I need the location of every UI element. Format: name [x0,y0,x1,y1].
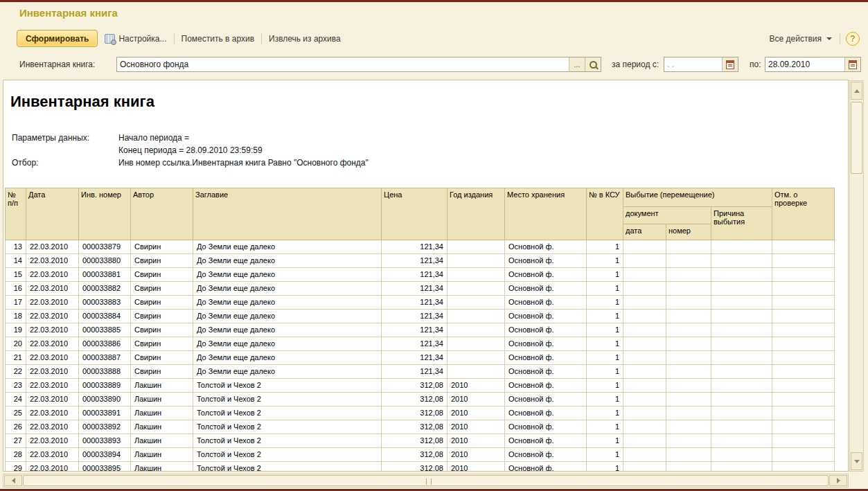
cell-inv: 000033891 [79,407,131,420]
table-row[interactable]: 2722.03.2010000033893ЛакшинТолстой и Чех… [6,434,835,448]
cell-reason [711,351,772,365]
table-row[interactable]: 2822.03.2010000033894ЛакшинТолстой и Чех… [6,448,835,462]
period-to-input[interactable] [765,57,844,71]
cell-date: 22.03.2010 [26,337,79,351]
cell-doc_num [666,379,711,393]
toolbar: Сформировать Настройка... Поместить в ар… [17,29,860,48]
cell-check [772,296,835,310]
table-row[interactable]: 2522.03.2010000033891ЛакшинТолстой и Чех… [6,407,835,420]
cell-title: Толстой и Чехов 2 [193,434,382,448]
cell-price: 121,34 [382,310,448,323]
cell-place: Основной ф. [505,282,587,296]
period-to-calendar-button[interactable] [844,57,860,71]
cell-reason [711,365,772,379]
cell-num: 14 [6,254,26,268]
table-row[interactable]: 1722.03.2010000033883СвиринДо Земли еще … [6,296,835,310]
choose-button[interactable]: ... [569,57,585,71]
cell-date: 22.03.2010 [26,379,79,393]
search-button[interactable] [585,57,601,71]
cell-reason [711,434,772,448]
period-from-calendar-button[interactable] [722,57,738,71]
cell-date: 22.03.2010 [26,268,79,282]
cell-inv: 000033889 [79,379,131,393]
cell-price: 312,08 [382,434,448,448]
cell-inv: 000033888 [79,365,131,379]
scroll-up-button[interactable] [851,82,862,100]
cell-num: 18 [6,310,26,323]
selection-value: Инв номер ссылка.Инвентарная книга Равно… [118,157,369,169]
table-row[interactable]: 2022.03.2010000033886СвиринДо Земли еще … [6,337,835,351]
get-archive-button[interactable]: Извлечь из архива [267,33,343,45]
scroll-down-button[interactable] [851,452,862,470]
table-row[interactable]: 2622.03.2010000033892ЛакшинТолстой и Чех… [6,420,835,434]
cell-reason [711,462,772,472]
table-row[interactable]: 1922.03.2010000033885СвиринДо Земли еще … [6,323,835,337]
cell-reason [711,323,772,337]
scroll-right-button[interactable] [829,475,847,486]
cell-check [772,310,835,323]
scroll-left-button[interactable] [4,475,22,486]
cell-author: Свирин [131,296,193,310]
book-filter-label: Инвентарная книга: [19,60,95,69]
table-row[interactable]: 1822.03.2010000033884СвиринДо Земли еще … [6,310,835,323]
horizontal-scrollbar-thumb[interactable] [23,475,829,486]
cell-check [772,393,835,407]
vertical-scrollbar-thumb[interactable] [851,102,862,174]
params-label-spacer [12,144,118,157]
table-row[interactable]: 2922.03.2010000033895ЛакшинТолстой и Чех… [6,462,835,472]
cell-doc_date [623,254,666,268]
cell-inv: 000033880 [79,254,131,268]
search-icon [590,61,597,69]
vertical-scrollbar[interactable] [849,80,864,472]
period-from-input[interactable] [664,57,722,71]
cell-author: Лакшин [131,379,193,393]
horizontal-scrollbar[interactable] [3,474,849,488]
cell-year: 2010 [448,407,505,420]
book-filter-input[interactable] [117,57,569,71]
column-header-ksu: № в КСУ [587,188,623,240]
cell-price: 312,08 [382,393,448,407]
selection-label: Отбор: [12,157,118,169]
table-row[interactable]: 1522.03.2010000033881СвиринДо Земли еще … [6,268,835,282]
cell-inv: 000033893 [79,434,131,448]
cell-year [448,323,505,337]
table-row[interactable]: 2222.03.2010000033888СвиринДо Земли еще … [6,365,835,379]
cell-author: Свирин [131,351,193,365]
cell-price: 121,34 [382,282,448,296]
cell-title: До Земли еще далеко [193,268,382,282]
cell-num: 21 [6,351,26,365]
arrow-up-icon [854,89,860,93]
cell-place: Основной ф. [505,310,587,323]
cell-ksu: 1 [587,351,623,365]
cell-title: До Земли еще далеко [193,351,382,365]
cell-title: До Земли еще далеко [193,310,382,323]
cell-date: 22.03.2010 [26,323,79,337]
cell-title: Толстой и Чехов 2 [193,393,382,407]
cell-doc_num [666,365,711,379]
help-button[interactable]: ? [846,32,860,46]
cell-doc_date [623,323,666,337]
cell-author: Свирин [131,323,193,337]
cell-reason [711,407,772,420]
put-archive-button[interactable]: Поместить в архив [179,33,257,45]
table-row[interactable]: 2422.03.2010000033890ЛакшинТолстой и Чех… [6,393,835,407]
cell-price: 121,34 [382,254,448,268]
cell-place: Основной ф. [505,462,587,472]
table-row[interactable]: 1622.03.2010000033882СвиринДо Земли еще … [6,282,835,296]
calendar-icon [726,60,734,69]
table-row[interactable]: 1422.03.2010000033880СвиринДо Земли еще … [6,254,835,268]
cell-place: Основной ф. [505,323,587,337]
cell-ksu: 1 [587,407,623,420]
table-row[interactable]: 2322.03.2010000033889ЛакшинТолстой и Чех… [6,379,835,393]
table-row[interactable]: 2122.03.2010000033887СвиринДо Земли еще … [6,351,835,365]
column-header-title: Заглавие [193,188,382,240]
cell-price: 121,34 [382,351,448,365]
table-row[interactable]: 1322.03.2010000033879СвиринДо Земли еще … [6,240,835,254]
cell-inv: 000033895 [79,462,131,472]
cell-year [448,365,505,379]
settings-button[interactable]: Настройка... [103,33,168,45]
all-actions-button[interactable]: Все действия [768,33,834,45]
cell-doc_date [623,393,666,407]
cell-num: 22 [6,365,26,379]
generate-button[interactable]: Сформировать [17,30,98,47]
